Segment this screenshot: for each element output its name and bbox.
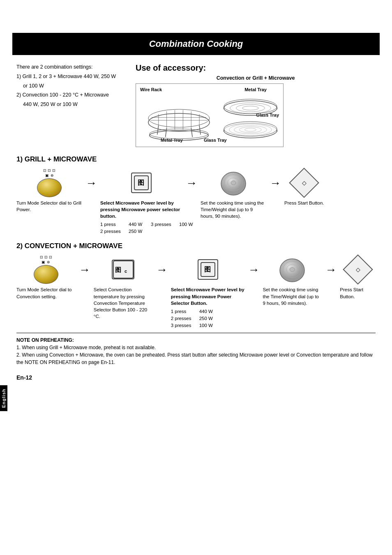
cp1-val: 440 W bbox=[199, 308, 220, 315]
mode-selector-icon: ⊡ ⊡ ⊡ ▣ ⊛ bbox=[35, 168, 64, 197]
cp3-val: 100 W bbox=[199, 322, 220, 329]
step3-item: Set the cooking time using the Time/Weig… bbox=[201, 168, 266, 219]
svg-text:图: 图 bbox=[115, 267, 121, 273]
header-banner: Combination Cooking bbox=[12, 33, 380, 55]
conv-step1-item: ⊡ ⊡ ⊡ ▣ ⊛ Turn Mode Selector dial to Con… bbox=[16, 255, 76, 299]
step3-desc: Set the cooking time using the Time/Weig… bbox=[201, 200, 266, 219]
conv-start-icon: ◇ bbox=[344, 255, 372, 284]
conv-time-icon bbox=[278, 255, 307, 284]
p2-empty bbox=[151, 228, 178, 235]
p2-label: 2 presses bbox=[100, 228, 127, 235]
section1: 1) GRILL + MICROWAVE ⊡ ⊡ ⊡ ▣ ⊛ Turn Mo bbox=[16, 155, 376, 235]
step2-item: 图 Select Microwave Power level by pressi… bbox=[100, 168, 182, 235]
conv-diamond-inner: ◇ bbox=[355, 266, 360, 273]
step2-power-table: 1 press 440 W 3 presses 100 W 2 presses … bbox=[100, 221, 182, 235]
conv-micro-svg: 图 bbox=[200, 262, 216, 277]
arrow1: → bbox=[85, 177, 97, 190]
p3-val: 100 W bbox=[179, 221, 200, 228]
section2-steps: ⊡ ⊡ ⊡ ▣ ⊛ Turn Mode Selector dial to Con… bbox=[16, 255, 376, 329]
icon3: ⊡ bbox=[52, 168, 55, 173]
time-dial-icon bbox=[219, 168, 248, 197]
conv-step3-title: Select Microwave Power level by pressing… bbox=[171, 287, 244, 305]
conv-step5-desc: Press Start Button. bbox=[340, 286, 376, 299]
icon1: ⊡ bbox=[43, 168, 46, 173]
svg-point-26 bbox=[224, 122, 277, 136]
svg-text:c: c bbox=[125, 269, 127, 274]
conv-power-table: 1 press 440 W 2 presses 250 W 3 presses … bbox=[171, 308, 245, 329]
p2-val: 250 W bbox=[129, 228, 149, 235]
p1-val: 440 W bbox=[129, 221, 149, 228]
conv-temp-icon: 图 c bbox=[109, 255, 138, 284]
conv-power-grid: 1 press 440 W 2 presses 250 W 3 presses … bbox=[171, 308, 245, 329]
step2-title: Select Microwave Power level by pressing… bbox=[100, 200, 180, 219]
conv-dial-row2: ▣ ⊛ bbox=[42, 260, 50, 264]
conv-dial-circle bbox=[34, 265, 58, 284]
intro-item1b: or 100 W bbox=[23, 82, 123, 90]
conv-step5-item: ◇ Press Start Button. bbox=[340, 255, 376, 299]
conv-step2-desc: Select Convection temperature by pressin… bbox=[94, 286, 153, 319]
conv-microwave-square: 图 bbox=[198, 259, 218, 280]
intro-item2: 2) Convection 100 - 220 °C + Microwave bbox=[16, 91, 123, 99]
conv-arrow3: → bbox=[248, 263, 259, 276]
svg-point-47 bbox=[290, 267, 295, 272]
section2: 2) CONVECTION + MICROWAVE ⊡ ⊡ ⊡ ▣ ⊛ Tu bbox=[16, 242, 376, 329]
icon-small2: ⊛ bbox=[51, 173, 54, 177]
p2-empty2 bbox=[179, 228, 200, 235]
c-icon3: ⊡ bbox=[49, 255, 52, 259]
time-dial-svg bbox=[220, 170, 247, 196]
intro-text: There are 2 combination settings: 1) Gri… bbox=[16, 63, 123, 147]
page-number: En-12 bbox=[16, 374, 376, 381]
conv-svg: 图 c bbox=[113, 260, 134, 279]
c-icon1: ⊡ bbox=[40, 255, 43, 259]
c-icon-small2: ⊛ bbox=[47, 260, 50, 264]
c-icon2: ⊡ bbox=[44, 255, 48, 259]
conv-arrow4: → bbox=[325, 263, 337, 276]
conv-arrow2: → bbox=[156, 263, 168, 276]
conv-arrow1: → bbox=[79, 263, 90, 276]
conv-step1-desc: Turn Mode Selector dial to Convection se… bbox=[16, 286, 76, 299]
intro-line1: There are 2 combination settings: bbox=[16, 63, 123, 71]
microwave-button-icon: 图 bbox=[127, 168, 156, 197]
section1-title: 1) GRILL + MICROWAVE bbox=[16, 155, 376, 164]
note-title: NOTE ON PREHEATING: bbox=[16, 336, 376, 344]
conv-step4-desc: Set the cooking time using the Time/Weig… bbox=[263, 286, 322, 306]
c-icon-small: ▣ bbox=[42, 260, 45, 264]
step2-desc: Select Microwave Power level by pressing… bbox=[100, 200, 182, 235]
top-section: There are 2 combination settings: 1) Gri… bbox=[16, 63, 376, 147]
microwave-svg: 图 bbox=[134, 175, 149, 191]
note-item2: 2. When using Convection + Microwave, th… bbox=[16, 351, 376, 366]
accessory-section: Use of accessory: Convection or Grill + … bbox=[136, 63, 376, 147]
step4-item: ◇ Press Start Button. bbox=[284, 168, 324, 206]
conv-step3-desc: Select Microwave Power level by pressing… bbox=[171, 286, 245, 329]
note-section: NOTE ON PREHEATING: 1. When using Grill … bbox=[16, 333, 376, 366]
step1-item: ⊡ ⊡ ⊡ ▣ ⊛ Turn Mode Selector dial to Gri… bbox=[16, 168, 82, 213]
step4-desc: Press Start Button. bbox=[284, 200, 324, 206]
conv-diamond: ◇ bbox=[343, 255, 373, 285]
accessory-svg bbox=[136, 84, 283, 147]
conv-square: 图 c bbox=[112, 260, 134, 279]
svg-text:图: 图 bbox=[138, 179, 144, 186]
conv-dial-top: ⊡ ⊡ ⊡ bbox=[40, 255, 52, 259]
diamond-inner: ◇ bbox=[302, 180, 307, 186]
conv-step2-item: 图 c Select Convection temperature by pre… bbox=[94, 255, 153, 319]
dial-circle bbox=[37, 178, 62, 197]
intro-item1: 1) Grill 1, 2 or 3 + Microwave 440 W, 25… bbox=[16, 73, 123, 81]
section1-steps: ⊡ ⊡ ⊡ ▣ ⊛ Turn Mode Selector dial to Gri… bbox=[16, 168, 376, 235]
note-item1: 1. When using Grill + Microwave mode, pr… bbox=[16, 344, 376, 351]
diamond-shape: ◇ bbox=[289, 168, 319, 198]
cp1-label: 1 press bbox=[171, 308, 198, 315]
conv-microwave-icon: 图 bbox=[194, 255, 222, 284]
cp2-label: 2 presses bbox=[171, 315, 198, 322]
accessory-diagram: Wire Rack Metal Tray Glass Tray Metal Tr… bbox=[136, 83, 284, 147]
section2-title: 2) CONVECTION + MICROWAVE bbox=[16, 242, 376, 250]
svg-point-21 bbox=[236, 104, 265, 112]
arrow2: → bbox=[186, 177, 197, 190]
page-title: Combination Cooking bbox=[21, 39, 371, 49]
conv-step4-item: Set the cooking time using the Time/Weig… bbox=[263, 255, 322, 306]
svg-point-38 bbox=[231, 181, 236, 185]
arrow3: → bbox=[270, 177, 281, 190]
p3-label: 3 presses bbox=[151, 221, 178, 228]
conv-time-svg bbox=[279, 256, 305, 283]
conv-step3-item: 图 Select Microwave Power level by pressi… bbox=[171, 255, 245, 329]
icon2: ⊡ bbox=[48, 168, 51, 173]
